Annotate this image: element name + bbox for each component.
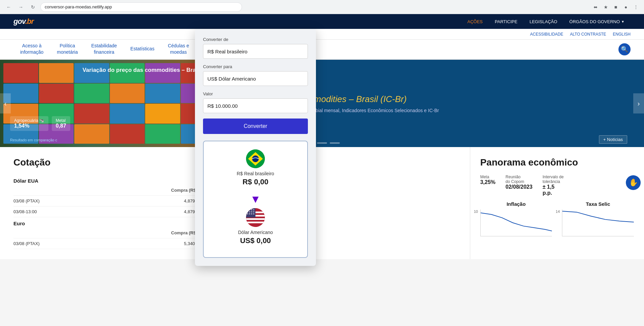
banner-area: Variação do preço das commodities – Bras… [0,60,644,147]
amount-label: Valor [203,91,308,96]
to-currency-input[interactable] [203,71,308,86]
gov-logo-dot: .br [25,17,34,26]
banner-prev-button[interactable]: ‹ [0,93,11,113]
to-flag [246,208,265,227]
menu-icon[interactable]: ⋮ [632,3,640,11]
panorama-meta: Meta 3,25% [480,175,495,196]
accessibility-button[interactable]: ✋ [626,175,641,190]
top-nav-orgaos-label: ÓRGÃOS DO GOVERNO [569,19,620,24]
chevron-right-icon: › [638,100,640,107]
panorama-meta-grid: Meta 3,25% Reuniãodo Copom 02/08/2023 In… [480,175,634,196]
chevron-left-icon: ‹ [4,100,7,107]
nav-cedulas-moedas-label: Cédulas emoedas [168,43,189,55]
svg-point-11 [251,209,252,211]
panorama-reuniao: Reuniãodo Copom 02/08/2023 [506,175,532,196]
accessibility-icon: ✋ [629,178,638,187]
selic-y-max: 14 [556,209,560,214]
panorama-charts: Inflação 10 Taxa Selic 14 [480,201,634,236]
bookmark-icon[interactable]: ★ [602,3,610,11]
panorama-reuniao-label: Reuniãodo Copom [506,175,532,184]
from-currency-input[interactable] [203,44,308,59]
banner-right-text: cambial mensal, Indicadores Econômicos S… [307,108,627,113]
nav-politica-monetaria[interactable]: Políticamonetária [50,39,84,59]
nav-estabilidade-financeira-label: Estabilidadefinanceira [91,43,117,55]
selic-chart: Taxa Selic 14 [562,201,634,236]
cotacao-euro-date1: 03/08 (PTAX) [13,241,164,246]
converter-modal: Converter de Converter para Valor Conver… [195,29,316,266]
top-nav-acoes[interactable]: AÇÕES [461,14,489,29]
cotacao-dollar-compra1: 4,8791 [164,198,197,203]
search-button[interactable]: 🔍 [618,43,631,55]
svg-point-17 [247,214,248,215]
alto-contraste-link[interactable]: ALTO CONTRASTE [570,32,606,37]
brazil-flag-svg [246,149,265,168]
browser-icons: ⬌ ★ ■ ● ⋮ [592,3,640,11]
top-nav-participe[interactable]: PARTICIPE [489,14,523,29]
cotacao-compra-col: Compra (R$) [164,188,197,193]
forward-button[interactable]: → [16,2,26,12]
inflacao-chart-area: 10 [480,209,552,236]
profile-icon[interactable]: ● [622,3,630,11]
banner-dot-3[interactable] [330,142,340,144]
convert-button[interactable]: Converter [203,119,308,134]
cotacao-dollar-compra2: 4,8797 [164,209,197,214]
svg-rect-7 [246,222,265,223]
panorama-intervalo: Intervalo detolerância ± 1,5p.p. [542,175,564,196]
svg-rect-6 [246,218,265,220]
amount-input[interactable] [203,98,308,113]
extensions-icon[interactable]: ■ [612,3,620,11]
panorama-meta-label: Meta [480,175,495,179]
refresh-button[interactable]: ↻ [28,2,38,12]
top-nav-orgaos[interactable]: ÓRGÃOS DO GOVERNO ▼ [563,14,631,29]
banner-right-title: mmodities – Brasil (IC-Br) [307,94,627,104]
nav-acesso-informacao[interactable]: Acesso àinformação [13,39,50,59]
main-content: Cotação Dólar EUA Compra (R$) Venda (R$)… [0,147,644,259]
cotacao-euro-compra1: 5,3402 [164,241,197,246]
site-wrapper: gov.br AÇÕES PARTICIPE LEGISLAÇÃO ÓRGÃOS… [0,14,644,326]
from-currency-name: R$ Real brasileiro [237,171,274,176]
cotacao-euro-compra-col: Compra (R$) [164,230,197,235]
share-icon[interactable]: ⬌ [592,3,600,11]
cotacao-dollar-date2: 03/08-13:00 [13,209,164,214]
url-text: conversor-para-moedas.netlify.app [45,4,112,9]
acessibilidade-link[interactable]: ACESSIBILIDADE [530,32,563,37]
nav-estatisticas[interactable]: Estatísticas [124,39,161,59]
banner-next-button[interactable]: › [633,93,644,113]
converter-result-card: R$ Real brasileiro R$ 0,00 ▼ [203,141,308,258]
top-nav: AÇÕES PARTICIPE LEGISLAÇÃO ÓRGÃOS DO GOV… [461,14,631,29]
banner-dot-2[interactable] [317,142,327,144]
address-bar[interactable]: conversor-para-moedas.netlify.app [40,2,242,12]
panorama-intervalo-label: Intervalo detolerância [542,175,564,184]
panorama-title: Panorama econômico [480,157,634,168]
svg-point-10 [249,209,250,211]
us-flag-svg [246,208,265,227]
panorama-meta-value: 3,25% [480,179,495,185]
browser-chrome: ← → ↻ conversor-para-moedas.netlify.app … [0,0,644,14]
svg-point-16 [253,212,254,213]
svg-point-14 [249,212,250,213]
english-link[interactable]: ENGLISH [613,32,631,37]
to-amount: US$ 0,00 [240,236,271,245]
cotacao-dollar-date1: 03/08 (PTAX) [13,198,164,203]
selic-title: Taxa Selic [562,201,634,207]
back-button[interactable]: ← [4,2,13,12]
convert-direction-icon: ▼ [250,193,261,205]
svg-point-19 [251,214,252,215]
inflacao-y-max: 10 [474,209,478,214]
from-label: Converter de [203,37,308,42]
main-nav: Acesso àinformação Políticamonetária Est… [0,40,644,60]
banner-news-button[interactable]: + Notícias [599,135,627,144]
top-nav-legislacao[interactable]: LEGISLAÇÃO [523,14,563,29]
svg-point-12 [253,209,254,211]
inflacao-chart-svg [481,209,552,236]
inflacao-chart: Inflação 10 [480,201,552,236]
nav-cedulas-moedas[interactable]: Cédulas emoedas [161,39,196,59]
nav-estabilidade-financeira[interactable]: Estabilidadefinanceira [85,39,124,59]
svg-point-15 [251,212,252,213]
svg-point-2 [252,155,259,162]
svg-point-18 [249,214,250,215]
gov-logo: gov.br [13,17,34,26]
banner-right: mmodities – Brasil (IC-Br) cambial mensa… [290,60,644,147]
svg-point-20 [253,214,254,215]
to-label: Converter para [203,64,308,69]
